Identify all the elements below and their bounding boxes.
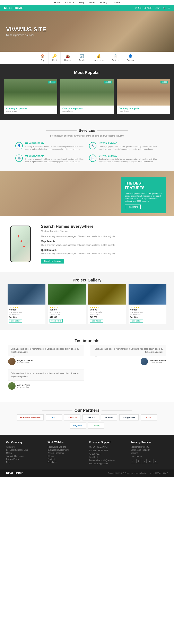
gallery-name: Venice xyxy=(90,308,124,311)
footer-link[interactable]: Real Estate Brokers xyxy=(48,446,85,448)
social-icon-f[interactable]: f xyxy=(131,459,135,463)
services-section: Services Lorem ipsum or simply dummy tex… xyxy=(0,120,174,171)
gallery-meta2: 12 880 6133 xyxy=(9,314,44,316)
gallery-card: ★★★★★ Venice 3.5, 3 BHK Flat 12 880 6133… xyxy=(8,284,45,324)
read-more-button[interactable]: Read More xyxy=(125,204,141,209)
nav-link-privacy[interactable]: Privacy xyxy=(100,1,107,4)
search-icon[interactable]: 🔍 xyxy=(162,7,165,10)
quick-icon-resale[interactable]: 🔄Resale xyxy=(75,52,89,64)
footer-link[interactable]: Business Development xyxy=(48,449,85,451)
gallery-card: ★★★★★ Venice 3.5, 3 BHK Flat 12 880 6133… xyxy=(129,284,166,324)
service-item: ⚙️ UT WISI ENIM AD Contrary to popular b… xyxy=(15,154,85,163)
social-icon-t[interactable]: t xyxy=(136,459,141,463)
quick-details-title: Quick Details xyxy=(41,248,115,252)
nav-link-about-us[interactable]: About Us xyxy=(65,1,74,4)
footer-link[interactable]: Feedback xyxy=(48,461,85,463)
partner-logo: cityzone xyxy=(70,422,86,429)
footer-link[interactable]: Commercial Property xyxy=(131,449,168,451)
footer-link[interactable]: Terms & Conditions xyxy=(6,455,44,457)
quick-icon-symbol: 🔑 xyxy=(52,54,57,58)
quick-icon-home loans[interactable]: 💰Home Loans xyxy=(89,52,108,64)
testimonial-avatar xyxy=(8,358,16,365)
quick-icon-symbol: 🔄 xyxy=(80,54,84,58)
gallery-stars: ★★★★★ xyxy=(9,306,44,308)
prop-title: Contrary to popular xyxy=(62,107,112,110)
download-app-button[interactable]: Download the App xyxy=(41,259,64,264)
price-badge: 40,000 xyxy=(104,81,112,84)
gallery-image xyxy=(88,284,126,304)
nav-link-contact[interactable]: Contact xyxy=(112,1,120,4)
testimonials-left-col: Duis aute irure dolor in reprehenderit i… xyxy=(8,345,84,394)
footer-col-title: Customer Support xyxy=(89,441,127,444)
quick-icon-label: Dealers xyxy=(127,59,134,62)
map-search-title: Map Search xyxy=(41,240,115,243)
footer-link[interactable]: Affiliate Programs xyxy=(48,452,85,454)
nav-link-blog[interactable]: Blog xyxy=(79,1,84,4)
quick-icon-buy[interactable]: 🏠Buy xyxy=(36,52,49,64)
gallery-price: $41,000 xyxy=(130,316,165,318)
contact-info: Mon-Fri: 08AM-7PMSat-Sun: 09AM-4PM+1 800… xyxy=(89,446,127,466)
see-details-button[interactable]: See Details xyxy=(90,319,103,322)
footer-link[interactable]: Blog xyxy=(6,461,44,463)
partners-title: Our Partners xyxy=(74,408,100,413)
prop-title: Contrary to popular xyxy=(119,107,168,110)
gallery-price: $41,000 xyxy=(50,316,84,318)
nav-link-terms[interactable]: Terms xyxy=(89,1,95,4)
testimonial-item: Duis aute irure dolor in reprehenderit i… xyxy=(8,345,84,365)
testimonial-name: Ann M. Perez xyxy=(17,384,30,386)
prop-sub: Lorem ipsum xyxy=(62,110,112,112)
footer-link[interactable]: About Us xyxy=(6,446,44,448)
see-details-button[interactable]: See Details xyxy=(9,319,22,322)
partner-logo: TTTlive xyxy=(88,422,104,429)
footer-link[interactable]: Sitemap xyxy=(48,455,85,457)
partner-logo: Business Standard xyxy=(17,414,44,420)
login-link[interactable]: Login xyxy=(154,7,160,9)
gallery-name: Venice xyxy=(50,308,84,311)
price-badge: 40,000 xyxy=(48,81,56,84)
quick-icon-symbol: 🏠 xyxy=(40,54,45,58)
footer-link[interactable]: Media xyxy=(6,452,44,454)
partner-logo: NewsU8 xyxy=(64,414,80,420)
gallery-stars: ★★★★★ xyxy=(130,306,165,308)
footer-link[interactable]: For Sale By Realty Blog xyxy=(6,449,44,451)
social-icon-g[interactable]: g xyxy=(148,459,152,463)
quick-icon-hostels[interactable]: 🏨Hostels xyxy=(61,52,75,64)
testimonial-text: Duis aute irure dolor in reprehenderit i… xyxy=(8,345,84,356)
footer-link[interactable]: Privacy Policy xyxy=(6,458,44,460)
quick-icon-dealers[interactable]: 👤Dealers xyxy=(123,52,137,64)
see-details-button[interactable]: See Details xyxy=(50,319,63,322)
custom-loc: Custom Location Tracker xyxy=(41,230,115,233)
search-desc1: There are many variations of passages of… xyxy=(41,235,115,238)
gallery-price: $41,000 xyxy=(90,316,124,318)
quick-icon-projects[interactable]: 📋Projects xyxy=(108,52,123,64)
nav-link-home[interactable]: Home xyxy=(54,1,60,4)
footer-link[interactable]: Contact xyxy=(48,458,85,460)
social-icon-in[interactable]: in xyxy=(153,459,158,463)
gallery-card: ★★★★★ Venice 3.5, 3 BHK Flat 12 880 6133… xyxy=(48,284,86,324)
hero-section: VIVAMUS SITE Nunc dignissim risus idi xyxy=(0,11,174,52)
quick-icon-label: Buy xyxy=(41,59,44,62)
service-icon: 📄 xyxy=(89,154,97,162)
footer-link[interactable]: Residential Property xyxy=(131,446,168,448)
testimonial-role: UI web advisor xyxy=(17,386,30,388)
gallery-price: $41,000 xyxy=(9,316,44,318)
phone-mockup: 📍 📍 📍 xyxy=(8,226,33,262)
footer-link[interactable]: Third Codes xyxy=(131,455,168,457)
social-icon-y[interactable]: y xyxy=(142,459,147,463)
service-item: 🔧 UT WISI ENIM AD Contrary to popular be… xyxy=(89,142,159,150)
testimonial-avatar xyxy=(141,358,148,365)
property-card: 40,000 Contrary to popular Lorem ipsum xyxy=(60,79,114,114)
prop-sub: Lorem ipsum xyxy=(119,110,168,112)
quick-icon-label: Hostels xyxy=(64,59,71,62)
quick-icon-label: Home Loans xyxy=(93,59,104,62)
search-homes-section: 📍 📍 📍 Search Homes Everywhere Custom Loc… xyxy=(0,216,174,272)
quick-icon-rent[interactable]: 🔑Rent xyxy=(49,52,61,64)
quick-icons-section: 🏠Buy🔑Rent🏨Hostels🔄Resale💰Home Loans📋Proj… xyxy=(0,52,174,64)
testimonial-role: UI web advisor xyxy=(150,362,166,364)
phone-number: +1 (304) 257 546 xyxy=(135,7,152,9)
see-details-button[interactable]: See Details xyxy=(130,319,143,322)
menu-icon[interactable]: ☰ xyxy=(168,7,170,10)
footer-link[interactable]: Regions xyxy=(131,452,168,454)
service-desc: Contrary to popular belief Lorem ipsum i… xyxy=(99,158,159,163)
testimonials-title: Testimonials xyxy=(75,338,100,343)
